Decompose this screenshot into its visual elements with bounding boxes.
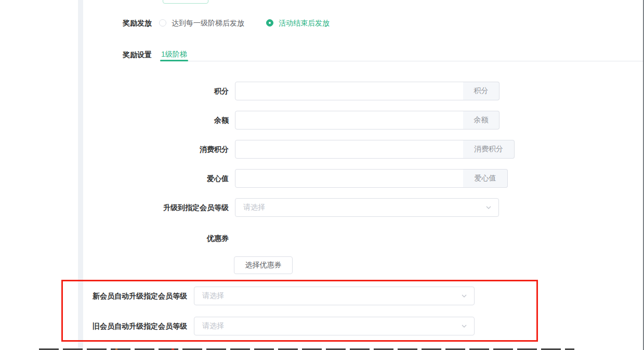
reward-settings-label: 奖励设置: [0, 49, 152, 60]
chevron-down-icon: [461, 322, 468, 330]
old-member-upgrade-label: 旧会员自动升级指定会员等级: [0, 321, 187, 331]
points-label: 积分: [0, 86, 229, 96]
select-placeholder: 请选择: [235, 203, 485, 212]
old-member-upgrade-select[interactable]: 请选择: [194, 317, 475, 335]
love-value-input[interactable]: [235, 169, 464, 188]
love-value-label: 爱心值: [0, 173, 229, 184]
new-member-upgrade-label: 新会员自动升级指定会员等级: [0, 291, 187, 301]
member-upgrade-activity-form: 奖励发放 达到每一级阶梯后发放 活动结束后发放 奖励设置 1级阶梯 积分 积分 …: [0, 0, 644, 350]
upgrade-level-label: 升级到指定会员等级: [0, 202, 229, 213]
radio-option-per-tier[interactable]: 达到每一级阶梯后发放: [159, 18, 244, 28]
chevron-down-icon: [461, 292, 468, 300]
points-suffix: 积分: [463, 82, 500, 100]
select-placeholder: 请选择: [194, 291, 461, 301]
radio-unselected-icon: [159, 19, 166, 27]
balance-label: 余额: [0, 115, 229, 125]
balance-suffix: 余额: [463, 111, 500, 129]
choose-coupon-button[interactable]: 选择优惠券: [234, 256, 293, 274]
radio-selected-icon: [266, 19, 273, 27]
new-member-upgrade-select[interactable]: 请选择: [194, 287, 475, 305]
tab-bar-divider: [160, 61, 643, 61]
select-placeholder: 请选择: [194, 321, 461, 331]
reward-issue-label: 奖励发放: [0, 18, 152, 28]
points-input[interactable]: [235, 82, 464, 100]
love-value-suffix: 爱心值: [463, 169, 508, 188]
consume-points-label: 消费积分: [0, 144, 229, 154]
chevron-down-icon: [485, 204, 492, 211]
consume-points-input[interactable]: [235, 140, 464, 159]
balance-input[interactable]: [235, 111, 464, 129]
partial-top-button[interactable]: [163, 0, 208, 4]
upgrade-level-select[interactable]: 请选择: [235, 198, 499, 217]
radio-option-label: 活动结束后发放: [279, 18, 330, 28]
radio-option-label: 达到每一级阶梯后发放: [172, 18, 244, 28]
active-tab-underline: [160, 60, 188, 61]
radio-option-after-activity[interactable]: 活动结束后发放: [266, 18, 330, 28]
consume-points-suffix: 消费积分: [463, 140, 515, 159]
tab-tier-1[interactable]: 1级阶梯: [161, 49, 187, 59]
coupon-label: 优惠券: [0, 233, 229, 243]
